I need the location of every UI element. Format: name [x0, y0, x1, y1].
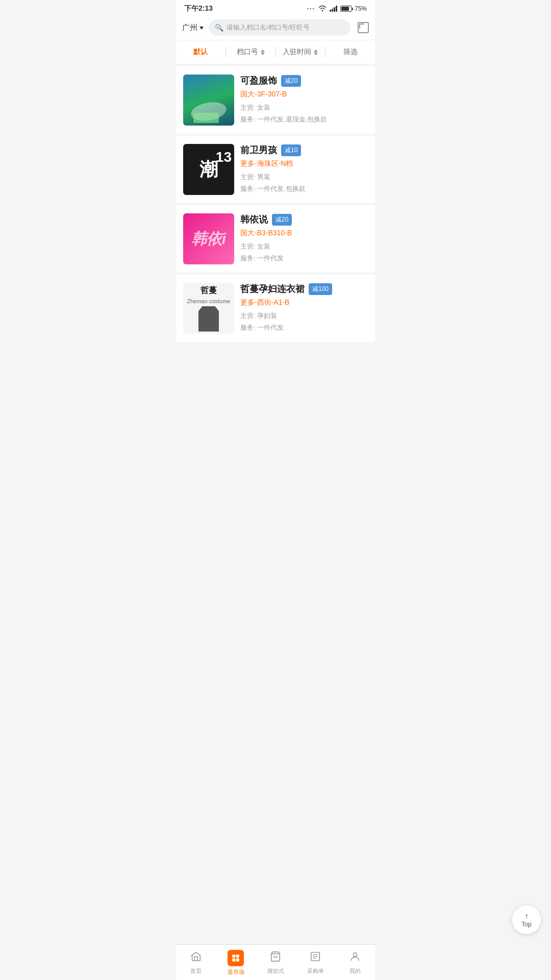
store-service-2: 服务: 一件代发,包换款	[240, 184, 368, 193]
store-name-row-4: 哲蔓孕妇连衣裙 减100	[240, 283, 368, 295]
store-mainbiz-1: 主营: 女装	[240, 103, 368, 112]
store-list: 可盈服饰 减20 国大-3F-307-B 主营: 女装 服务: 一件代发,退现金…	[176, 66, 375, 342]
thumb-4-sub: Zheman costume	[187, 298, 231, 304]
filter-default[interactable]: 默认	[176, 40, 226, 64]
store-thumb-1	[183, 75, 234, 126]
store-thumb-4: 哲蔓 Zheman costume	[183, 283, 234, 334]
filter-join-time[interactable]: 入驻时间	[276, 40, 325, 64]
signal-icon	[330, 6, 337, 12]
status-time: 下午2:13	[184, 4, 213, 13]
discount-badge-4: 减100	[309, 283, 332, 295]
store-info-2: 前卫男孩 减10 更多-海珠区-N档 主营: 男装 服务: 一件代发,包换款	[240, 144, 368, 195]
thumb-3-text: 韩依i	[191, 229, 226, 250]
store-location-2: 更多-海珠区-N档	[240, 159, 368, 168]
store-name-1: 可盈服饰	[240, 75, 277, 87]
header: 广州 🔍 请输入档口名/档口号/旺旺号	[176, 15, 375, 40]
dots-icon: ···	[307, 5, 315, 12]
store-thumb-2: 潮 13	[183, 144, 234, 195]
search-bar[interactable]: 🔍 请输入档口名/档口号/旺旺号	[209, 19, 350, 36]
scan-icon[interactable]	[358, 22, 369, 33]
store-name-2: 前卫男孩	[240, 144, 277, 156]
store-mainbiz-3: 主营: 女装	[240, 242, 368, 251]
discount-badge-3: 减20	[272, 214, 292, 226]
store-info-1: 可盈服饰 减20 国大-3F-307-B 主营: 女装 服务: 一件代发,退现金…	[240, 75, 368, 126]
discount-badge-2: 减10	[281, 144, 301, 156]
store-location-1: 国大-3F-307-B	[240, 90, 368, 99]
filter-stall-number[interactable]: 档口号	[226, 40, 276, 64]
filter-screen-label: 筛选	[343, 47, 358, 57]
store-card-4[interactable]: 哲蔓 Zheman costume 哲蔓孕妇连衣裙 减100 更多-西街-A1-…	[176, 275, 375, 342]
store-thumb-3: 韩依i	[183, 213, 234, 264]
status-bar: 下午2:13 ··· 75%	[176, 0, 375, 15]
store-card-2[interactable]: 潮 13 前卫男孩 减10 更多-海珠区-N档 主营: 男装 服务: 一件代发,…	[176, 136, 375, 203]
search-input[interactable]: 请输入档口名/档口号/旺旺号	[227, 23, 344, 32]
store-mainbiz-4: 主营: 孕妇装	[240, 311, 368, 321]
store-card-1[interactable]: 可盈服饰 减20 国大-3F-307-B 主营: 女装 服务: 一件代发,退现金…	[176, 66, 375, 134]
battery-icon	[340, 6, 352, 12]
battery-level: 75%	[355, 5, 367, 12]
store-location-3: 国大-B3-B310-B	[240, 229, 368, 238]
chevron-down-icon	[199, 27, 204, 30]
store-service-4: 服务: 一件代发	[240, 323, 368, 332]
store-name-4: 哲蔓孕妇连衣裙	[240, 283, 305, 295]
location-selector[interactable]: 广州	[182, 23, 204, 33]
wifi-icon	[318, 5, 327, 13]
filter-default-label: 默认	[193, 47, 208, 57]
location-label: 广州	[182, 23, 197, 33]
search-icon: 🔍	[215, 23, 223, 32]
store-card-3[interactable]: 韩依i 韩依说 减20 国大-B3-B310-B 主营: 女装 服务: 一件代发	[176, 205, 375, 273]
store-location-4: 更多-西街-A1-B	[240, 298, 368, 307]
store-service-1: 服务: 一件代发,退现金,包换款	[240, 115, 368, 124]
sort-arrows-time	[314, 50, 318, 55]
store-info-3: 韩依说 减20 国大-B3-B310-B 主营: 女装 服务: 一件代发	[240, 213, 368, 264]
filter-bar: 默认 档口号 入驻时间 筛选	[176, 40, 375, 64]
filter-screen[interactable]: 筛选	[325, 40, 375, 64]
thumb-4-shape	[198, 306, 219, 332]
thumb-2-sub: 13	[216, 149, 232, 165]
store-name-row-2: 前卫男孩 减10	[240, 144, 368, 156]
sort-arrows-stall	[261, 50, 265, 55]
store-info-4: 哲蔓孕妇连衣裙 减100 更多-西街-A1-B 主营: 孕妇装 服务: 一件代发	[240, 283, 368, 334]
thumb-4-bold: 哲蔓	[201, 285, 217, 296]
filter-join-label: 入驻时间	[283, 47, 311, 57]
store-name-row-3: 韩依说 减20	[240, 213, 368, 226]
status-icons: ··· 75%	[307, 5, 367, 13]
discount-badge-1: 减20	[281, 75, 301, 87]
store-mainbiz-2: 主营: 男装	[240, 173, 368, 182]
thumb-2-text: 潮	[199, 160, 218, 179]
filter-stall-label: 档口号	[237, 47, 258, 57]
store-name-row-1: 可盈服饰 减20	[240, 75, 368, 87]
store-service-3: 服务: 一件代发	[240, 254, 368, 263]
store-name-3: 韩依说	[240, 213, 268, 226]
